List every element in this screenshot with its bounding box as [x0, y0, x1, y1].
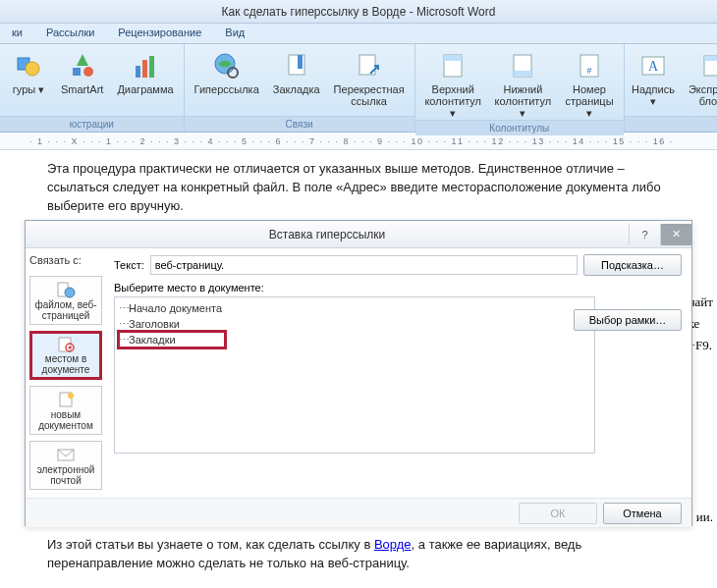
tree-item-headings[interactable]: ⋯Заголовки: [119, 316, 590, 332]
svg-text:#: #: [586, 66, 591, 76]
nav-email[interactable]: электронной почтой: [29, 441, 102, 490]
nav-file-webpage[interactable]: файлом, веб- страницей: [29, 276, 102, 325]
group-text: A Надпись ▾ Экспресс-блоки: [625, 44, 717, 132]
globe-link-icon: [211, 50, 243, 81]
pagenum-icon: #: [574, 50, 605, 81]
crossref-label: Перекрестная ссылка: [334, 83, 405, 107]
quickparts-button[interactable]: Экспресс-блоки: [680, 47, 717, 108]
dialog-title: Вставка гиперссылки: [26, 228, 629, 241]
crossref-button[interactable]: Перекрестная ссылка: [328, 47, 411, 108]
bookmark-button[interactable]: Закладка: [267, 47, 326, 96]
tab-partial[interactable]: ки: [0, 24, 34, 43]
svg-rect-3: [73, 68, 81, 76]
doc-target-icon: [55, 336, 77, 353]
ok-button: ОК: [519, 503, 597, 524]
email-icon: [55, 445, 77, 464]
nav-place-in-doc[interactable]: местом в документе: [29, 331, 102, 380]
doc-link[interactable]: Ворде: [374, 537, 412, 552]
screen-tip-button[interactable]: Подсказка…: [583, 254, 682, 276]
close-button[interactable]: ✕: [660, 224, 691, 245]
bookmark-icon: [281, 50, 312, 81]
group-illustrations: гуры ▾ SmartArt Диаграмма юстрации: [0, 44, 185, 132]
globe-file-icon: [55, 280, 77, 299]
footer-button[interactable]: Нижний колонтитул ▾: [489, 47, 557, 120]
text-to-display-label: Текст:: [114, 259, 144, 271]
new-doc-icon: [55, 390, 77, 409]
chart-button[interactable]: Диаграмма: [111, 47, 179, 96]
ruler: · 1 · · · X · · · 1 · · · 2 · · · 3 · · …: [0, 133, 717, 150]
text-to-display-input[interactable]: [150, 255, 578, 275]
link-to-label: Связать с:: [29, 254, 106, 266]
dialog-titlebar: Вставка гиперссылки ? ✕: [26, 221, 691, 248]
svg-point-4: [83, 67, 93, 77]
header-label: Верхний колонтитул ▾: [424, 83, 481, 119]
nav-new-doc[interactable]: новым документом: [29, 386, 102, 435]
tab-review[interactable]: Рецензирование: [106, 24, 213, 43]
svg-rect-22: [704, 56, 717, 61]
svg-point-29: [68, 393, 74, 399]
shapes-icon: [13, 50, 44, 81]
pagenum-button[interactable]: # Номер страницы ▾: [559, 47, 620, 120]
textbox-icon: A: [637, 50, 669, 81]
quickparts-label: Экспресс-блоки: [686, 83, 717, 107]
svg-rect-16: [514, 71, 531, 77]
group-illustrations-label: юстрации: [0, 116, 184, 132]
tab-view[interactable]: Вид: [213, 24, 256, 43]
group-headerfooter: Верхний колонтитул ▾ Нижний колонтитул ▾…: [415, 44, 625, 132]
doc-paragraph: Эта процедура практически не отличается …: [47, 160, 670, 216]
svg-point-24: [65, 288, 75, 297]
smartart-button[interactable]: SmartArt: [55, 47, 109, 96]
link-to-panel: Связать с: файлом, веб- страницей местом…: [26, 248, 110, 498]
place-tree[interactable]: ⋯Начало документа ⋯Заголовки ⋯Закладки: [114, 296, 595, 454]
footer-label: Нижний колонтитул ▾: [495, 83, 552, 119]
group-links: Гиперссылка Закладка Перекрестная ссылка…: [185, 44, 415, 132]
svg-text:A: A: [648, 59, 659, 74]
target-frame-button[interactable]: Выбор рамки…: [574, 309, 682, 331]
tree-item-top[interactable]: ⋯Начало документа: [119, 300, 590, 316]
window-title: Как сделать гиперссылку в Ворде - Micros…: [0, 0, 717, 24]
shapes-button[interactable]: гуры ▾: [4, 47, 53, 96]
header-icon: [437, 50, 469, 81]
bookmark-label: Закладка: [273, 83, 320, 95]
doc-fragment-2: ии.: [696, 509, 713, 525]
svg-marker-2: [77, 54, 88, 66]
quickparts-icon: [697, 50, 717, 81]
svg-rect-25: [59, 338, 71, 351]
svg-point-27: [69, 347, 72, 349]
textbox-label: Надпись ▾: [632, 83, 675, 107]
chart-icon: [130, 50, 161, 81]
pagenum-label: Номер страницы ▾: [565, 83, 614, 119]
smartart-icon: [67, 50, 98, 81]
select-place-label: Выберите место в документе:: [114, 282, 682, 294]
svg-rect-14: [444, 55, 462, 61]
header-button[interactable]: Верхний колонтитул ▾: [419, 47, 487, 120]
smartart-label: SmartArt: [61, 83, 103, 95]
doc-paragraph-2: Из этой статьи вы узнаете о том, как сде…: [47, 536, 676, 573]
svg-rect-6: [142, 60, 147, 78]
dialog-footer: ОК Отмена: [26, 498, 691, 527]
insert-hyperlink-dialog: Вставка гиперссылки ? ✕ Связать с: файло…: [25, 220, 692, 526]
ribbon-tabs: ки Рассылки Рецензирование Вид: [0, 24, 717, 44]
svg-rect-5: [136, 66, 140, 78]
shapes-label: гуры ▾: [13, 83, 44, 95]
document-body: Эта процедура практически не отличается …: [0, 150, 717, 216]
crossref-icon: [354, 50, 385, 81]
cancel-button[interactable]: Отмена: [603, 503, 682, 524]
help-button[interactable]: ?: [629, 224, 660, 245]
tab-mailings[interactable]: Рассылки: [34, 24, 106, 43]
hyperlink-label: Гиперссылка: [194, 83, 259, 95]
footer-icon: [507, 50, 538, 81]
group-links-label: Связи: [185, 116, 414, 132]
ribbon: гуры ▾ SmartArt Диаграмма юстрации Гипер…: [0, 44, 717, 133]
hyperlink-button[interactable]: Гиперссылка: [189, 47, 265, 96]
textbox-button[interactable]: A Надпись ▾: [629, 47, 678, 108]
tree-item-bookmarks[interactable]: ⋯Закладки: [119, 332, 225, 347]
svg-rect-7: [149, 56, 154, 78]
svg-point-1: [26, 62, 39, 76]
chart-label: Диаграмма: [117, 83, 173, 95]
svg-rect-11: [298, 55, 303, 69]
